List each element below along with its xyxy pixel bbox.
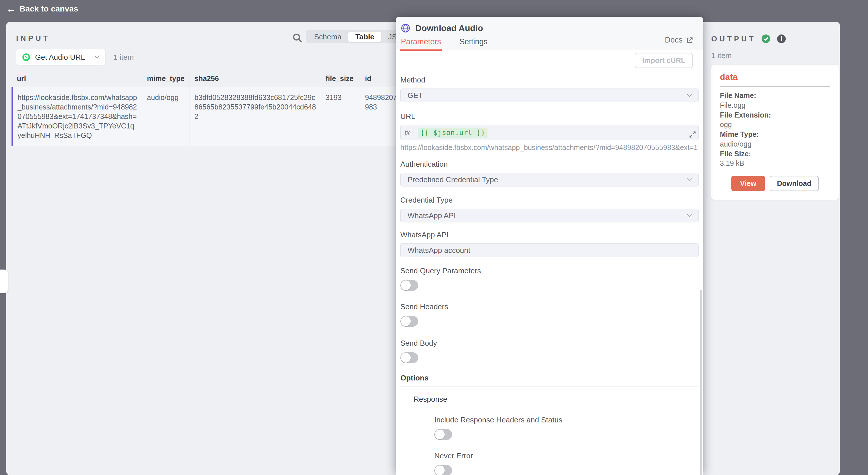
send-query-parameters-label: Send Query Parameters [400, 266, 699, 275]
table-header-row: url mime_type sha256 file_size id [12, 70, 396, 87]
node-title[interactable]: Download Audio [415, 23, 483, 33]
search-icon[interactable] [291, 32, 303, 44]
card-divider [720, 87, 830, 87]
url-label: URL [400, 112, 699, 121]
file-extension-label: File Extension: [720, 110, 830, 120]
tab-settings[interactable]: Settings [459, 37, 488, 51]
docs-link[interactable]: Docs [665, 36, 693, 44]
file-name-label: File Name: [720, 91, 830, 101]
col-header-url: url [12, 70, 143, 87]
never-error-toggle[interactable] [434, 465, 452, 475]
send-body-label: Send Body [400, 339, 699, 348]
output-binary-card: data File Name: File.ogg File Extension:… [711, 65, 839, 200]
import-curl-button[interactable]: Import cURL [635, 53, 693, 68]
back-to-canvas-label: Back to canvas [20, 4, 78, 13]
credential-type-value: WhatsApp API [407, 211, 456, 220]
credential-type-select[interactable]: WhatsApp API [400, 209, 699, 223]
mime-type-label: Mime Type: [720, 130, 830, 139]
credential-type-label: Credential Type [400, 196, 699, 205]
modal-scrollbar-thumb[interactable] [700, 290, 702, 475]
input-source-label: Get Audio URL [35, 53, 85, 62]
chevron-down-icon [687, 92, 692, 97]
globe-icon [400, 23, 411, 33]
col-header-mime-type: mime_type [143, 70, 190, 87]
whatsapp-icon [22, 53, 30, 62]
cell-id: 948982070555983 [360, 87, 396, 146]
authentication-label: Authentication [400, 160, 699, 169]
response-section-title: Response [413, 395, 699, 408]
tab-parameters[interactable]: Parameters [400, 37, 442, 51]
table-row[interactable]: https://lookaside.fbsbx.com/whatsapp_bus… [12, 87, 396, 146]
top-bar: ← Back to canvas [0, 0, 868, 18]
back-to-canvas-link[interactable]: ← Back to canvas [6, 4, 78, 13]
authentication-value: Predefined Credential Type [407, 175, 498, 184]
include-response-headers-label: Include Response Headers and Status [434, 415, 699, 425]
chevron-down-icon [94, 53, 99, 58]
info-icon[interactable] [776, 33, 787, 44]
col-header-file-size: file_size [321, 70, 360, 87]
options-section-title: Options [400, 374, 699, 387]
output-panel: OUTPUT 1 item data File Name: File.ogg F… [703, 22, 840, 475]
back-arrow-icon: ← [6, 4, 16, 13]
cell-sha256: b3dfd0528328388fd633c681725fc29c86565b82… [190, 87, 321, 146]
method-label: Method [400, 75, 699, 84]
send-body-toggle[interactable] [400, 352, 418, 363]
file-size-value: 3.19 kB [720, 159, 830, 168]
whatsapp-credential-select[interactable]: WhatsApp account [400, 243, 699, 257]
chevron-down-icon [687, 212, 692, 217]
download-button[interactable]: Download [770, 176, 819, 191]
file-size-label: File Size: [720, 149, 830, 159]
input-panel: INPUT Schema Table JSON Get Audio URL 1 … [6, 22, 396, 475]
expand-expression-icon[interactable] [688, 131, 696, 138]
external-link-icon [686, 36, 693, 44]
authentication-select[interactable]: Predefined Credential Type [400, 173, 699, 186]
tab-table[interactable]: Table [348, 32, 381, 42]
url-expression-input[interactable]: fx {{ $json.url }} [400, 125, 699, 140]
output-item-count: 1 item [711, 51, 732, 60]
input-item-count: 1 item [113, 53, 134, 62]
cell-mime-type: audio/ogg [143, 87, 190, 146]
method-value: GET [407, 91, 423, 100]
col-header-sha256: sha256 [190, 70, 321, 87]
input-panel-title: INPUT [16, 34, 50, 43]
method-select[interactable]: GET [400, 89, 699, 102]
tab-schema[interactable]: Schema [307, 32, 348, 42]
input-data-table: url mime_type sha256 file_size id https:… [11, 70, 396, 146]
send-headers-toggle[interactable] [400, 316, 418, 327]
never-error-label: Never Error [434, 451, 699, 460]
success-check-icon [761, 33, 771, 44]
url-resolved-preview: https://lookaside.fbsbx.com/whatsapp_bus… [400, 143, 698, 152]
parameters-pane: Import cURL Method GET URL fx {{ $json.u… [396, 50, 703, 475]
send-query-parameters-toggle[interactable] [400, 280, 418, 291]
view-button[interactable]: View [732, 176, 765, 191]
whatsapp-api-label: WhatsApp API [400, 231, 699, 239]
tab-json[interactable]: JSON [381, 32, 396, 42]
whatsapp-credential-value: WhatsApp account [407, 246, 470, 255]
url-expression-value: {{ $json.url }} [418, 128, 488, 138]
docs-label: Docs [665, 36, 682, 44]
output-panel-title: OUTPUT [711, 34, 756, 43]
send-headers-label: Send Headers [400, 302, 699, 311]
cell-url: https://lookaside.fbsbx.com/whatsapp_bus… [12, 87, 143, 146]
chevron-down-icon [687, 176, 692, 181]
input-source-select[interactable]: Get Audio URL [16, 49, 105, 65]
mime-type-value: audio/ogg [720, 139, 830, 149]
display-mode-tabs: Schema Table JSON [306, 30, 396, 43]
fx-icon: fx [401, 125, 414, 140]
cell-file-size: 3193 [321, 87, 360, 146]
node-settings-modal: Download Audio Parameters Settings Docs … [396, 17, 703, 475]
col-header-id: id [360, 70, 396, 87]
binary-key-label: data [720, 72, 830, 82]
modal-header: Download Audio Parameters Settings Docs [396, 17, 703, 50]
include-response-headers-toggle[interactable] [434, 429, 452, 440]
file-name-value: File.ogg [720, 101, 830, 110]
input-panel-handle[interactable] [0, 270, 8, 293]
file-extension-value: ogg [720, 120, 830, 130]
